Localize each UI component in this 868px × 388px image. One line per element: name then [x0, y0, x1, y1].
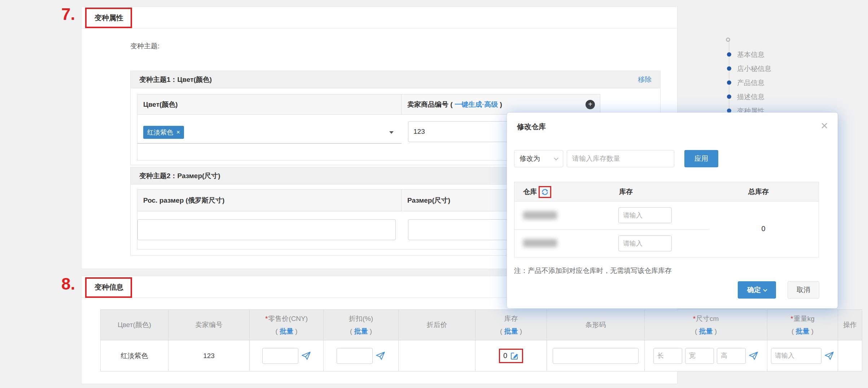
variant-theme-label: 变种主题: [130, 41, 159, 51]
header-action: 操作 [838, 309, 862, 340]
variant-theme2-title: 变种主题2：Размер(尺寸) [139, 167, 220, 185]
batch-edit-link[interactable]: 批量 [504, 327, 518, 335]
discount-input[interactable] [337, 348, 373, 364]
cell-size [645, 340, 767, 371]
batch-edit-link[interactable]: 批量 [796, 327, 810, 335]
cell-stock: 0 [475, 340, 547, 371]
tag-remove-icon[interactable]: × [176, 129, 180, 136]
header-weight: *重量kg ( 批量 ) [767, 309, 838, 340]
cell-weight [767, 340, 838, 371]
ru-size-input[interactable] [137, 219, 396, 240]
variant-attributes-header: 变种属性 [82, 7, 677, 28]
cell-retail-price [250, 340, 324, 371]
header-seller-sku: 卖家编号 [168, 309, 250, 340]
nav-dot-icon [727, 52, 731, 57]
cell-seller-sku: 123 [168, 340, 250, 371]
seller-sku-column-header: 卖家商品编号 ( 一键生成·高级 ) + [402, 94, 600, 114]
edit-stock-icon[interactable] [510, 352, 519, 360]
advanced-link[interactable]: 高级 [484, 101, 498, 108]
modify-mode-select[interactable]: 修改为 [514, 150, 563, 167]
send-icon[interactable] [749, 351, 758, 361]
cell-discount [324, 340, 399, 371]
confirm-button[interactable]: 确定 [738, 281, 776, 299]
nav-dot-icon [727, 80, 731, 85]
color-tag: 红淡紫色 × [143, 126, 184, 139]
warehouse-table-header: 仓库 库存 总库存 [514, 182, 819, 202]
send-icon[interactable] [301, 351, 311, 361]
refresh-icon[interactable] [541, 188, 549, 196]
length-input[interactable] [653, 348, 682, 364]
step-7-annotation-box [85, 8, 132, 28]
close-icon[interactable]: ✕ [820, 120, 828, 132]
modify-warehouse-modal: 修改仓库 ✕ 修改为 应用 仓库 [507, 113, 838, 308]
modify-mode-value: 修改为 [520, 155, 540, 162]
header-barcode: 条形码 [547, 309, 645, 340]
nav-dot-icon [727, 94, 731, 99]
apply-button[interactable]: 应用 [684, 150, 718, 167]
batch-edit-link[interactable]: 批量 [280, 327, 293, 335]
remove-theme-link[interactable]: 移除 [638, 71, 652, 88]
header-discount: 折扣(%) ( 批量 ) [324, 309, 399, 340]
retail-price-input[interactable] [262, 348, 298, 364]
add-icon[interactable]: + [586, 100, 595, 109]
step-8-annotation-box [85, 277, 132, 298]
page-canvas: 变种属性 变种主题: 变种主题1：Цвет(颜色) 移除 Цвет(颜色) 卖家… [0, 0, 868, 388]
cell-discounted-price [399, 340, 475, 371]
variant-theme1-title: 变种主题1：Цвет(颜色) [139, 71, 212, 88]
anchor-nav-line [729, 40, 729, 113]
warehouse-name-blurred [523, 239, 557, 247]
send-icon[interactable] [376, 351, 385, 361]
refresh-annotation-box [539, 186, 551, 198]
sku-header-text: 卖家商品编号 ( [407, 101, 453, 108]
variant-table-row: 红淡紫色 123 0 [100, 340, 862, 371]
ru-size-column-header: Рос. размер (俄罗斯尺寸) [137, 190, 402, 211]
header-discounted-price: 折后价 [399, 309, 475, 340]
step-7-annotation: 7. [61, 4, 75, 24]
weight-input[interactable] [771, 348, 821, 364]
chevron-down-icon [763, 288, 767, 292]
header-stock: 库存 ( 批量 ) [475, 309, 547, 340]
stock-annotation-box: 0 [499, 349, 523, 363]
modal-note: 注：产品不添加到对应仓库时，无需填写该仓库库存 [514, 266, 672, 275]
color-tag-label: 红淡紫色 [147, 128, 173, 137]
width-input[interactable] [685, 348, 714, 364]
nav-dot-icon [727, 66, 731, 71]
warehouse-column-header: 仓库 [523, 182, 551, 202]
variant-theme1-bar: 变种主题1：Цвет(颜色) 移除 [131, 71, 660, 88]
header-retail-price: *零售价(CNY) ( 批量 ) [250, 309, 324, 340]
cell-action [838, 340, 862, 371]
total-stock-value: 0 [753, 225, 774, 233]
modal-title: 修改仓库 [517, 122, 546, 132]
warehouse-stock-input-1[interactable] [618, 207, 672, 223]
color-column-header: Цвет(颜色) [137, 94, 402, 114]
header-color: Цвет(颜色) [100, 309, 168, 340]
warehouse-table-body: 0 [514, 202, 819, 257]
batch-edit-link[interactable]: 批量 [699, 327, 713, 335]
sku-header-text-close: ) [500, 101, 502, 108]
chevron-down-icon [554, 156, 558, 160]
batch-edit-link[interactable]: 批量 [354, 327, 368, 335]
step-8-annotation: 8. [61, 274, 75, 294]
stock-quantity-input[interactable] [567, 150, 674, 167]
stock-value: 0 [503, 352, 507, 360]
warehouse-name-blurred [523, 211, 557, 219]
total-stock-column-header: 总库存 [748, 182, 769, 202]
variant-table-header-row: Цвет(颜色) 卖家编号 *零售价(CNY) ( 批量 ) 折扣(%) ( 批… [100, 309, 862, 340]
one-click-generate-link[interactable]: 一键生成 [455, 101, 482, 108]
height-input[interactable] [717, 348, 746, 364]
variant-info-table: Цвет(颜色) 卖家编号 *零售价(CNY) ( 批量 ) 折扣(%) ( 批… [100, 309, 862, 371]
barcode-input[interactable] [553, 348, 639, 364]
cell-color: 红淡紫色 [100, 340, 168, 371]
warehouse-stock-input-2[interactable] [618, 235, 672, 251]
dropdown-caret-icon [389, 131, 394, 134]
row-divider [514, 229, 709, 230]
cancel-button[interactable]: 取消 [788, 281, 819, 299]
header-size: *尺寸cm ( 批量 ) [645, 309, 767, 340]
warehouse-table: 仓库 库存 总库存 [514, 182, 819, 257]
anchor-nav-top-circle-icon [726, 38, 730, 42]
color-value-multiselect[interactable]: 红淡紫色 × [137, 121, 402, 144]
stock-column-header: 库存 [619, 182, 633, 202]
send-icon[interactable] [824, 351, 834, 361]
cell-barcode [547, 340, 645, 371]
